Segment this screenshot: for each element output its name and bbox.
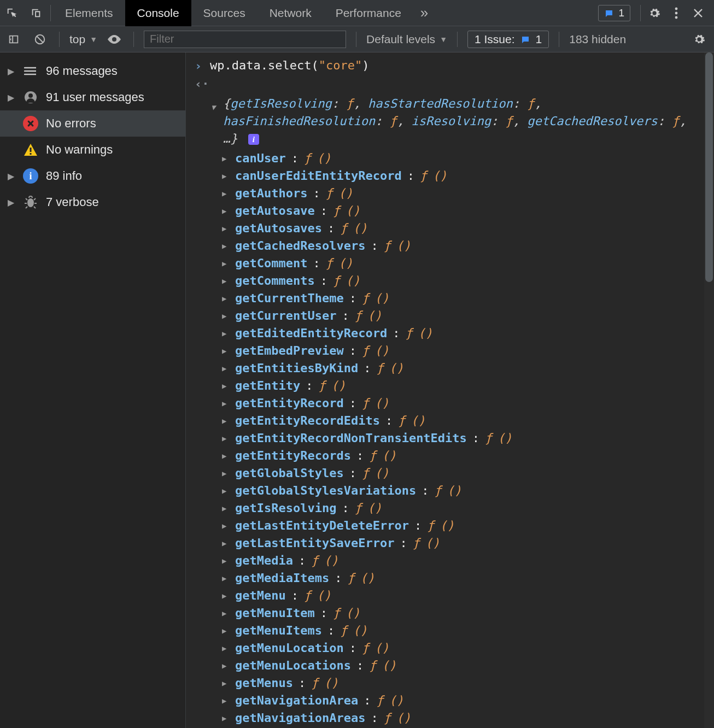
clear-console-icon[interactable] xyxy=(31,30,49,49)
issues-badge[interactable]: 1 Issue: 1 xyxy=(467,31,549,48)
function-sigil: ƒ xyxy=(485,430,492,447)
property-row[interactable]: ▶getAutosaves: ƒ () xyxy=(222,220,712,237)
scrollbar-thumb[interactable] xyxy=(705,52,713,282)
function-sigil: ƒ xyxy=(405,325,412,342)
disclosure-right-icon: ▶ xyxy=(222,185,230,202)
disclosure-right-icon: ▶ xyxy=(222,412,230,430)
info-icon[interactable]: i xyxy=(248,134,259,145)
disclosure-right-icon: ▶ xyxy=(222,220,230,237)
property-row[interactable]: ▶getMenu: ƒ () xyxy=(222,587,712,604)
hidden-count[interactable]: 183 hidden xyxy=(569,33,626,46)
function-sigil: ƒ xyxy=(398,412,405,430)
property-row[interactable]: ▶getIsResolving: ƒ () xyxy=(222,500,712,517)
property-row[interactable]: ▶getCurrentUser: ƒ () xyxy=(222,307,712,325)
disclosure-right-icon: ▶ xyxy=(222,290,230,307)
sidebar-item-warn[interactable]: ▶No warnings xyxy=(0,137,185,163)
divider xyxy=(50,5,51,21)
close-icon[interactable] xyxy=(688,3,709,24)
log-levels-selector[interactable]: Default levels ▼ xyxy=(366,33,447,46)
property-name: getNavigationAreas xyxy=(235,709,365,727)
messages-badge[interactable]: 1 xyxy=(598,5,630,21)
property-row[interactable]: ▶getGlobalStylesVariations: ƒ () xyxy=(222,482,712,500)
object-summary[interactable]: ▼ {getIsResolving: ƒ, hasStartedResoluti… xyxy=(189,93,712,150)
disclosure-right-icon: ▶ xyxy=(222,150,230,167)
sidebar-item-bug[interactable]: ▶7 verbose xyxy=(0,189,185,215)
function-sigil: ƒ xyxy=(384,237,391,255)
property-row[interactable]: ▶getNavigationAreas: ƒ () xyxy=(222,709,712,727)
disclosure-right-icon: ▶ xyxy=(222,465,230,482)
disclosure-down-icon[interactable]: ▼ xyxy=(211,95,219,116)
sidebar-item-label: No errors xyxy=(46,116,96,131)
more-icon[interactable] xyxy=(666,3,687,24)
console-output[interactable]: › wp.data.select("core") ‹· ▼ {getIsReso… xyxy=(186,52,714,728)
property-row[interactable]: ▶getEntitiesByKind: ƒ () xyxy=(222,360,712,377)
property-name: getMenuItems xyxy=(235,622,322,639)
property-row[interactable]: ▶getEntityRecord: ƒ () xyxy=(222,395,712,412)
live-expression-icon[interactable] xyxy=(105,30,124,49)
property-row[interactable]: ▶getMenus: ƒ () xyxy=(222,674,712,692)
sidebar-item-info[interactable]: ▶i89 info xyxy=(0,163,185,189)
property-row[interactable]: ▶getEntity: ƒ () xyxy=(222,377,712,395)
property-row[interactable]: ▶getNavigationArea: ƒ () xyxy=(222,692,712,709)
chat-icon xyxy=(604,8,614,18)
disclosure-right-icon: ▶ xyxy=(222,377,230,395)
tab-label: Console xyxy=(137,7,179,20)
function-sigil: ƒ xyxy=(304,150,311,167)
inspect-icon[interactable] xyxy=(0,0,24,26)
disclosure-right-icon: ▶ xyxy=(222,272,230,290)
sidebar-item-msg[interactable]: ▶96 messages xyxy=(0,58,185,84)
tab-sources[interactable]: Sources xyxy=(191,0,257,26)
sidebar-item-user[interactable]: ▶91 user messages xyxy=(0,84,185,110)
property-row[interactable]: ▶getLastEntitySaveError: ƒ () xyxy=(222,535,712,552)
scrollbar-track[interactable] xyxy=(704,52,714,728)
property-row[interactable]: ▶getAuthors: ƒ () xyxy=(222,185,712,202)
tab-elements[interactable]: Elements xyxy=(53,0,125,26)
property-row[interactable]: ▶getComments: ƒ () xyxy=(222,272,712,290)
console-settings-icon[interactable] xyxy=(689,29,710,50)
disclosure-right-icon: ▶ xyxy=(222,237,230,255)
context-selector[interactable]: top ▼ xyxy=(69,33,97,46)
property-row[interactable]: ▶getEntityRecordNonTransientEdits: ƒ () xyxy=(222,430,712,447)
tabs-overflow[interactable]: » xyxy=(413,0,435,26)
tab-console[interactable]: Console xyxy=(125,0,191,26)
property-row[interactable]: ▶getEditedEntityRecord: ƒ () xyxy=(222,325,712,342)
property-row[interactable]: ▶getEntityRecordEdits: ƒ () xyxy=(222,412,712,430)
svg-point-6 xyxy=(24,74,25,75)
property-row[interactable]: ▶getEntityRecords: ƒ () xyxy=(222,447,712,465)
context-label: top xyxy=(69,33,85,46)
property-row[interactable]: ▶canUserEditEntityRecord: ƒ () xyxy=(222,167,712,185)
property-row[interactable]: ▶getMenuLocations: ƒ () xyxy=(222,657,712,674)
tab-network[interactable]: Network xyxy=(257,0,324,26)
output-chevron-icon: ‹· xyxy=(195,75,204,93)
function-sigil: ƒ xyxy=(413,535,420,552)
sidebar-item-err[interactable]: ▶No errors xyxy=(0,110,185,137)
property-row[interactable]: ▶getMedia: ƒ () xyxy=(222,552,712,570)
device-toggle-icon[interactable] xyxy=(24,0,48,26)
property-row[interactable]: ▶canUser: ƒ () xyxy=(222,150,712,167)
property-name: getCurrentUser xyxy=(235,307,336,325)
property-row[interactable]: ▶getEmbedPreview: ƒ () xyxy=(222,342,712,360)
property-row[interactable]: ▶getGlobalStyles: ƒ () xyxy=(222,465,712,482)
console-command: wp.data.select("core") xyxy=(210,57,369,74)
filter-input[interactable] xyxy=(144,31,346,48)
property-row[interactable]: ▶getCurrentTheme: ƒ () xyxy=(222,290,712,307)
settings-icon[interactable] xyxy=(644,3,665,24)
sidebar-toggle-icon[interactable] xyxy=(4,30,23,49)
property-row[interactable]: ▶getAutosave: ƒ () xyxy=(222,202,712,220)
function-sigil: ƒ xyxy=(311,552,318,570)
property-row[interactable]: ▶getMenuLocation: ƒ () xyxy=(222,639,712,657)
property-row[interactable]: ▶getMenuItem: ƒ () xyxy=(222,604,712,622)
disclosure-right-icon: ▶ xyxy=(222,500,230,517)
property-row[interactable]: ▶getComment: ƒ () xyxy=(222,255,712,272)
property-name: getMenuItem xyxy=(235,604,315,622)
property-name: getMenu xyxy=(235,587,286,604)
property-row[interactable]: ▶getCachedResolvers: ƒ () xyxy=(222,237,712,255)
tab-performance[interactable]: Performance xyxy=(324,0,413,26)
property-row[interactable]: ▶getMenuItems: ƒ () xyxy=(222,622,712,639)
property-row[interactable]: ▶getLastEntityDeleteError: ƒ () xyxy=(222,517,712,535)
warn-icon xyxy=(23,142,38,157)
property-row[interactable]: ▶getMediaItems: ƒ () xyxy=(222,570,712,587)
function-sigil: ƒ xyxy=(376,360,383,377)
function-sigil: ƒ xyxy=(333,272,340,290)
property-name: getEntityRecordEdits xyxy=(235,412,380,430)
